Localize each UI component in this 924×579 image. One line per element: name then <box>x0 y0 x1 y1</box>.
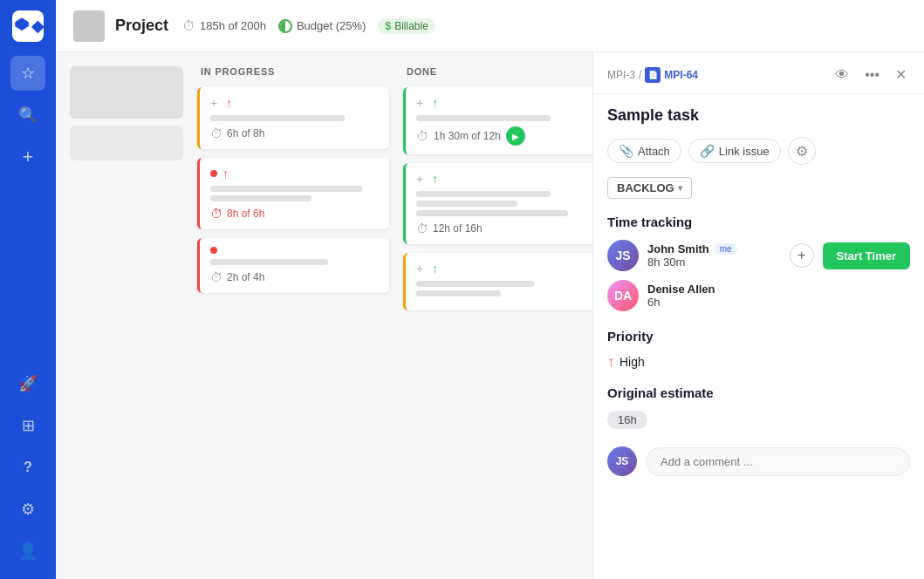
card-time: ⏱ 12h of 16h <box>416 221 585 235</box>
start-timer-button[interactable]: Start Timer <box>823 242 910 269</box>
tracker-info-denise: Denise Allen 6h <box>647 283 910 309</box>
sidebar-item-profile[interactable]: 👤 <box>10 534 45 569</box>
action-row: 📎 Attach 🔗 Link issue ⚙ <box>607 137 910 165</box>
priority-high-arrow-icon: ↑ <box>607 354 614 370</box>
status-badge[interactable]: BACKLOG ▾ <box>607 177 692 199</box>
comment-avatar: JS <box>607 446 637 476</box>
add-tracker-button[interactable]: + <box>790 243 814 268</box>
clock-icon: ⏱ <box>210 126 222 140</box>
chevron-down-icon: ▾ <box>678 183 682 193</box>
view-button[interactable]: 👁 <box>832 65 852 85</box>
task-card[interactable]: + ↑ ⏱ 1h 30m of 12h ▶ <box>403 87 592 154</box>
link-issue-button[interactable]: 🔗 Link issue <box>688 139 781 163</box>
more-options-button[interactable]: ••• <box>861 65 883 85</box>
task-card[interactable]: ↑ ⏱ 8h of 6h <box>197 158 389 229</box>
task-card[interactable]: ⏱ 2h of 4h <box>197 238 389 293</box>
card-line <box>210 186 362 192</box>
card-time-value: 6h of 8h <box>227 127 264 140</box>
sidebar-item-create[interactable]: + <box>10 140 45 174</box>
estimate-title: Original estimate <box>607 385 910 400</box>
priority-value: High <box>619 355 645 369</box>
task-card[interactable]: + ↑ <box>403 253 592 310</box>
content-area: IN PROGRESS + ↑ ⏱ 6h of 8h <box>56 52 924 579</box>
card-time-value: 2h of 4h <box>227 271 264 283</box>
close-button[interactable]: ✕ <box>892 65 910 85</box>
billable-badge: $ Billable <box>378 18 435 34</box>
done-col-header: DONE <box>403 66 592 77</box>
placeholder-card-2 <box>70 126 183 160</box>
card-add-icon[interactable]: + <box>416 96 423 110</box>
profile-icon: 👤 <box>18 542 38 561</box>
sidebar: ◆ ☆ 🔍 + 🚀 ⊞ ? ⚙ 👤 <box>0 0 56 579</box>
user-name: Denise Allen <box>647 283 715 296</box>
sidebar-item-apps[interactable]: ⊞ <box>10 408 45 443</box>
card-time-value: 8h of 6h <box>227 208 264 220</box>
card-add-icon[interactable]: + <box>416 262 423 276</box>
priority-section: Priority ↑ High <box>607 329 910 370</box>
card-time: ⏱ 2h of 4h <box>210 270 379 284</box>
settings-button[interactable]: ⚙ <box>788 137 816 165</box>
status-label: BACKLOG <box>617 181 674 194</box>
sidebar-item-favorites[interactable]: ☆ <box>10 56 45 91</box>
card-actions <box>210 247 379 254</box>
top-header: Project ⏱ 185h of 200h Budget (25%) $ Bi… <box>56 0 924 52</box>
clock-icon: ⏱ <box>416 129 428 143</box>
priority-arrow-icon: ↑ <box>226 96 232 110</box>
breadcrumb-doc-icon: 📄 <box>648 71 658 79</box>
rocket-icon: 🚀 <box>18 374 38 393</box>
detail-panel: MPI-3 / 📄 MPI-64 👁 ••• ✕ Sample task <box>592 52 924 579</box>
tracker-time: 8h 30m <box>647 255 781 269</box>
gear-icon: ⚙ <box>21 500 35 519</box>
comment-input[interactable] <box>646 447 910 476</box>
card-actions: + ↑ <box>210 96 379 110</box>
star-icon: ☆ <box>21 64 35 83</box>
tracker-row-denise: DA Denise Allen 6h <box>607 280 910 311</box>
placeholder-card-1 <box>70 66 183 119</box>
card-add-icon[interactable]: + <box>210 96 217 110</box>
priority-title: Priority <box>607 329 910 344</box>
time-tracked-value: 185h of 200h <box>200 19 266 32</box>
card-time: ⏱ 1h 30m of 12h ▶ <box>416 126 585 146</box>
priority-row: ↑ High <box>607 354 910 370</box>
card-lines <box>416 281 585 296</box>
card-add-icon[interactable]: + <box>416 172 423 186</box>
kanban-board: IN PROGRESS + ↑ ⏱ 6h of 8h <box>56 52 592 579</box>
card-line <box>416 210 568 216</box>
breadcrumb: MPI-3 / 📄 MPI-64 <box>607 67 698 83</box>
sidebar-item-search[interactable]: 🔍 <box>10 98 45 133</box>
dot-red-icon <box>210 247 217 254</box>
sidebar-item-settings[interactable]: ⚙ <box>10 492 45 527</box>
task-card[interactable]: + ↑ ⏱ 6h of 8h <box>197 87 389 149</box>
app-logo[interactable]: ◆ <box>12 10 44 42</box>
play-button[interactable]: ▶ <box>506 126 525 146</box>
panel-header: MPI-3 / 📄 MPI-64 👁 ••• ✕ <box>593 52 924 94</box>
card-line <box>210 115 345 121</box>
card-actions: + ↑ <box>416 96 585 110</box>
priority-arrow-icon: ↑ <box>432 262 438 276</box>
card-time-value: 12h of 16h <box>433 222 483 235</box>
card-lines <box>210 259 379 265</box>
priority-arrow-icon: ↑ <box>432 172 438 186</box>
task-card[interactable]: + ↑ ⏱ 12h of 16h <box>403 163 592 244</box>
tracker-row-john: JS John Smith me 8h 30m + Start Timer <box>607 240 910 271</box>
card-line <box>416 191 551 197</box>
tracker-info-john: John Smith me 8h 30m <box>647 242 781 269</box>
clock-icon: ⏱ <box>416 221 428 235</box>
card-line <box>416 290 501 296</box>
card-lines <box>416 191 585 216</box>
attach-button[interactable]: 📎 Attach <box>607 139 681 163</box>
user-name: John Smith <box>647 242 709 255</box>
main-layout: IN PROGRESS + ↑ ⏱ 6h of 8h <box>0 52 924 579</box>
kanban-column-done: DONE + ↑ ⏱ 1h 30m of 12h ▶ <box>403 66 592 565</box>
tracker-name: Denise Allen <box>647 283 910 296</box>
card-lines <box>210 115 379 121</box>
breadcrumb-separator: / <box>639 69 641 81</box>
sidebar-item-notifications[interactable]: 🚀 <box>10 366 45 401</box>
plus-icon: + <box>23 146 34 168</box>
budget-circle-icon <box>278 19 292 33</box>
avatar-initials: DA <box>614 289 632 303</box>
attach-icon: 📎 <box>619 144 633 158</box>
avatar-initials: JS <box>615 249 630 262</box>
card-actions: + ↑ <box>416 172 585 186</box>
sidebar-item-help[interactable]: ? <box>10 450 45 485</box>
